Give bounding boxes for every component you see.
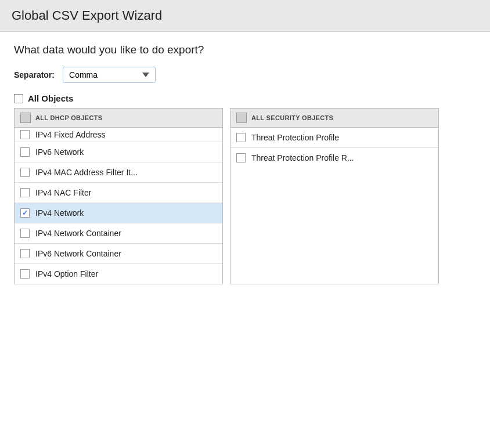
security-header-checkbox[interactable] xyxy=(236,113,247,123)
dhcp-panel: ALL DHCP OBJECTS IPv4 Fixed Address IPv6… xyxy=(14,108,223,284)
title-bar: Global CSV Export Wizard xyxy=(0,0,490,32)
dhcp-header: ALL DHCP OBJECTS xyxy=(15,109,222,128)
item-label: IPv4 NAC Filter xyxy=(35,188,91,197)
list-item[interactable]: IPv4 Option Filter xyxy=(15,264,222,284)
item-label: IPv4 Option Filter xyxy=(35,269,98,279)
main-content: What data would you like to do export? S… xyxy=(0,32,490,296)
item-label: IPv4 MAC Address Filter It... xyxy=(35,168,138,177)
item-checkbox[interactable] xyxy=(236,153,246,162)
item-checkbox[interactable] xyxy=(20,229,30,238)
item-checkbox[interactable] xyxy=(20,147,30,157)
list-item-selected[interactable]: IPv4 Network xyxy=(15,203,222,223)
list-item[interactable]: IPv4 MAC Address Filter It... xyxy=(15,162,222,183)
list-item[interactable]: Threat Protection Profile R... xyxy=(230,148,438,168)
item-label: IPv6 Network xyxy=(35,147,84,157)
list-item[interactable]: IPv4 Fixed Address xyxy=(15,128,222,142)
lists-container: ALL DHCP OBJECTS IPv4 Fixed Address IPv6… xyxy=(14,108,476,284)
security-panel: ALL SECURITY OBJECTS Threat Protection P… xyxy=(230,108,439,284)
separator-row: Separator: Comma Semicolon Tab Pipe xyxy=(14,67,476,83)
item-label: IPv4 Network Container xyxy=(35,229,121,238)
item-label: IPv6 Network Container xyxy=(35,249,121,258)
list-item[interactable]: IPv4 NAC Filter xyxy=(15,183,222,203)
dhcp-header-checkbox[interactable] xyxy=(20,113,31,123)
all-objects-label: All Objects xyxy=(28,93,73,103)
security-header-label: ALL SECURITY OBJECTS xyxy=(251,114,333,121)
separator-label: Separator: xyxy=(14,70,55,80)
security-header: ALL SECURITY OBJECTS xyxy=(230,109,438,128)
item-checkbox[interactable] xyxy=(20,269,30,279)
list-item[interactable]: IPv6 Network Container xyxy=(15,244,222,264)
item-label: IPv4 Network xyxy=(35,208,84,218)
separator-select[interactable]: Comma Semicolon Tab Pipe xyxy=(63,67,156,83)
wizard-title: Global CSV Export Wizard xyxy=(12,8,478,23)
all-objects-row: All Objects xyxy=(14,93,476,103)
item-checkbox[interactable] xyxy=(20,249,30,258)
item-label: IPv4 Fixed Address xyxy=(35,130,106,139)
question-label: What data would you like to do export? xyxy=(14,44,476,56)
dhcp-header-label: ALL DHCP OBJECTS xyxy=(35,114,103,121)
item-checkbox[interactable] xyxy=(20,130,30,139)
item-checkbox-checked[interactable] xyxy=(20,208,30,218)
all-objects-checkbox[interactable] xyxy=(14,94,23,103)
item-label: Threat Protection Profile xyxy=(251,133,339,142)
list-item[interactable]: IPv6 Network xyxy=(15,142,222,162)
item-checkbox[interactable] xyxy=(236,133,246,142)
item-checkbox[interactable] xyxy=(20,188,30,197)
list-item[interactable]: Threat Protection Profile xyxy=(230,128,438,148)
item-label: Threat Protection Profile R... xyxy=(251,153,354,162)
item-checkbox[interactable] xyxy=(20,168,30,177)
list-item[interactable]: IPv4 Network Container xyxy=(15,223,222,244)
